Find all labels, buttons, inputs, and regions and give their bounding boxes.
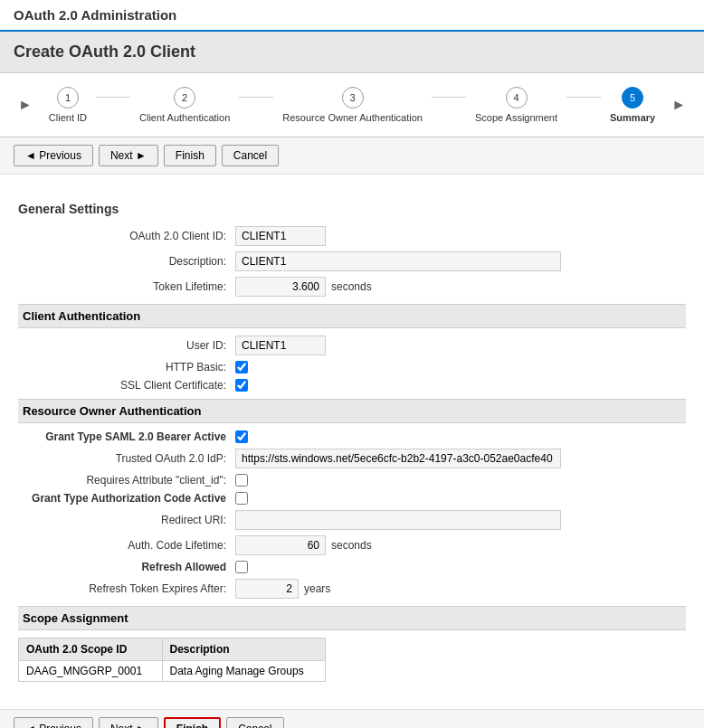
saml-row: Grant Type SAML 2.0 Bearer Active bbox=[18, 430, 686, 443]
general-settings-header: General Settings bbox=[18, 202, 686, 219]
step-circle-4: 4 bbox=[506, 87, 528, 109]
step-label-3: Resource Owner Authentication bbox=[282, 112, 423, 123]
app-header: OAuth 2.0 Administration bbox=[0, 0, 704, 32]
scope-col-header-id: OAuth 2.0 Scope ID bbox=[19, 638, 163, 661]
requires-client-id-label: Requires Attribute "client_id": bbox=[18, 474, 235, 487]
refresh-expires-unit: years bbox=[304, 582, 330, 595]
step-circle-1: 1 bbox=[57, 87, 79, 109]
step-connector-2 bbox=[239, 97, 273, 98]
scope-desc-cell: Data Aging Manage Groups bbox=[162, 661, 325, 682]
step-connector-4 bbox=[566, 97, 601, 98]
ssl-cert-label: SSL Client Certificate: bbox=[18, 379, 235, 392]
resource-owner-header: Resource Owner Authentication bbox=[18, 404, 201, 418]
http-basic-checkbox[interactable] bbox=[235, 361, 248, 373]
requires-client-id-checkbox[interactable] bbox=[235, 474, 248, 487]
saml-label: Grant Type SAML 2.0 Bearer Active bbox=[18, 430, 235, 443]
description-row: Description: bbox=[18, 251, 686, 271]
auth-code-label: Grant Type Authorization Code Active bbox=[18, 492, 235, 505]
step-label-5: Summary bbox=[610, 112, 655, 123]
wizard-steps: ► 1 Client ID 2 Client Authentication 3 … bbox=[0, 73, 704, 137]
step-circle-2: 2 bbox=[174, 87, 195, 109]
scope-assignment-header: Scope Assignment bbox=[18, 611, 128, 625]
top-toolbar: ◄ Previous Next ► Finish Cancel bbox=[0, 137, 704, 175]
bottom-toolbar: ◄ Previous Next ► Finish Cancel bbox=[0, 709, 704, 728]
auth-code-checkbox[interactable] bbox=[235, 492, 248, 505]
wizard-step-5[interactable]: 5 Summary bbox=[610, 87, 655, 123]
scope-table: OAuth 2.0 Scope ID Description DAAG_MNGG… bbox=[18, 638, 326, 682]
http-basic-label: HTTP Basic: bbox=[18, 361, 235, 373]
auth-code-lifetime-unit: seconds bbox=[331, 539, 372, 552]
saml-checkbox[interactable] bbox=[235, 430, 248, 443]
wizard-end-arrow: ► bbox=[671, 97, 686, 113]
refresh-expires-row: Refresh Token Expires After: years bbox=[18, 579, 686, 599]
requires-client-id-row: Requires Attribute "client_id": bbox=[18, 474, 686, 487]
refresh-allowed-row: Refresh Allowed bbox=[18, 561, 686, 573]
step-label-4: Scope Assignment bbox=[475, 112, 557, 123]
next-button-top[interactable]: Next ► bbox=[99, 145, 158, 166]
ssl-cert-row: SSL Client Certificate: bbox=[18, 379, 686, 392]
scope-col-header-desc: Description bbox=[162, 638, 325, 661]
auth-code-row: Grant Type Authorization Code Active bbox=[18, 492, 686, 505]
client-auth-header: Client Authentication bbox=[18, 309, 140, 323]
page-title: Create OAuth 2.0 Client bbox=[0, 32, 704, 73]
previous-button-bottom[interactable]: ◄ Previous bbox=[14, 717, 93, 728]
finish-button-top[interactable]: Finish bbox=[164, 145, 216, 166]
scope-table-row: DAAG_MNGGRP_0001 Data Aging Manage Group… bbox=[19, 661, 326, 682]
main-content: General Settings OAuth 2.0 Client ID: De… bbox=[0, 175, 704, 695]
trusted-idp-row: Trusted OAuth 2.0 IdP: bbox=[18, 449, 686, 468]
token-lifetime-unit: seconds bbox=[331, 280, 372, 293]
wizard-start-arrow: ► bbox=[18, 97, 33, 113]
description-input[interactable] bbox=[235, 251, 561, 271]
redirect-uri-label: Redirect URI: bbox=[18, 514, 235, 526]
refresh-allowed-checkbox[interactable] bbox=[235, 561, 248, 573]
token-lifetime-row: Token Lifetime: seconds bbox=[18, 277, 686, 297]
wizard-step-2[interactable]: 2 Client Authentication bbox=[139, 87, 230, 123]
step-circle-5: 5 bbox=[622, 87, 643, 109]
trusted-idp-label: Trusted OAuth 2.0 IdP: bbox=[18, 452, 235, 465]
auth-code-lifetime-input[interactable] bbox=[235, 535, 326, 555]
description-label: Description: bbox=[18, 255, 235, 268]
redirect-uri-input[interactable] bbox=[235, 510, 561, 530]
client-id-row: OAuth 2.0 Client ID: bbox=[18, 226, 686, 246]
client-id-input[interactable] bbox=[235, 226, 326, 246]
auth-code-lifetime-label: Auth. Code Lifetime: bbox=[18, 539, 235, 552]
wizard-step-1[interactable]: 1 Client ID bbox=[49, 87, 87, 123]
user-id-input[interactable] bbox=[235, 336, 326, 355]
ssl-cert-checkbox[interactable] bbox=[235, 379, 248, 392]
app-title: OAuth 2.0 Administration bbox=[14, 7, 176, 23]
refresh-expires-input[interactable] bbox=[235, 579, 299, 599]
wizard-step-3[interactable]: 3 Resource Owner Authentication bbox=[282, 87, 423, 123]
finish-button-bottom[interactable]: Finish bbox=[164, 717, 221, 728]
http-basic-row: HTTP Basic: bbox=[18, 361, 686, 373]
previous-button-top[interactable]: ◄ Previous bbox=[14, 145, 93, 166]
token-lifetime-label: Token Lifetime: bbox=[18, 280, 235, 293]
step-label-2: Client Authentication bbox=[139, 112, 230, 123]
scope-id-cell: DAAG_MNGGRP_0001 bbox=[19, 661, 163, 682]
next-button-bottom[interactable]: Next ► bbox=[99, 717, 158, 728]
token-lifetime-input[interactable] bbox=[235, 277, 326, 297]
wizard-step-4[interactable]: 4 Scope Assignment bbox=[475, 87, 557, 123]
step-connector-3 bbox=[432, 97, 466, 98]
user-id-row: User ID: bbox=[18, 336, 686, 355]
refresh-allowed-label: Refresh Allowed bbox=[18, 561, 235, 573]
redirect-uri-row: Redirect URI: bbox=[18, 510, 686, 530]
step-connector-1 bbox=[96, 97, 130, 98]
refresh-expires-label: Refresh Token Expires After: bbox=[18, 582, 235, 595]
cancel-button-top[interactable]: Cancel bbox=[222, 145, 279, 166]
user-id-label: User ID: bbox=[18, 339, 235, 352]
step-label-1: Client ID bbox=[49, 112, 87, 123]
auth-code-lifetime-row: Auth. Code Lifetime: seconds bbox=[18, 535, 686, 555]
client-id-label: OAuth 2.0 Client ID: bbox=[18, 230, 235, 242]
step-circle-3: 3 bbox=[342, 87, 364, 109]
trusted-idp-input[interactable] bbox=[235, 449, 561, 468]
cancel-button-bottom[interactable]: Cancel bbox=[226, 717, 283, 728]
